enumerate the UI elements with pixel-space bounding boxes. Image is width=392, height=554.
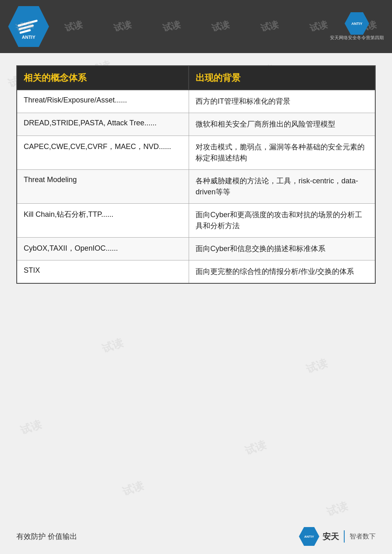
footer-right: ANTIY 安天 智者数下 xyxy=(299,527,376,546)
header-brand: ANTIY 安天网络安全冬令营第四期 xyxy=(330,12,384,41)
brand-hex: ANTIY xyxy=(345,12,369,35)
table-cell-right: 微软和相关安全厂商所推出的风险管理模型 xyxy=(189,113,375,136)
table-cell-left: Threat Modeling xyxy=(17,170,189,204)
table-row: Threat/Risk/Exposure/Asset......西方的IT管理和… xyxy=(17,90,375,113)
brand-subtitle: 安天网络安全冬令营第四期 xyxy=(330,35,384,41)
footer: 有效防护 价值输出 ANTIY 安天 智者数下 xyxy=(16,527,376,546)
table-cell-left: CybOX,TAXII，OpenIOC...... xyxy=(17,238,189,260)
table-row: Kill Chain,钻石分析,TTP......面向Cyber和更高强度的攻击… xyxy=(17,204,375,238)
footer-left-text: 有效防护 价值输出 xyxy=(16,532,77,541)
table-cell-left: STIX xyxy=(17,260,189,284)
watermark-3: 试读 xyxy=(112,18,133,35)
watermark-4: 试读 xyxy=(161,18,182,35)
table-row: DREAD,STRIDE,PASTA, Attack Tree......微软和… xyxy=(17,113,375,136)
table-cell-left: Threat/Risk/Exposure/Asset...... xyxy=(17,90,189,113)
col2-header: 出现的背景 xyxy=(189,66,375,90)
table-cell-right: 各种威胁建模的方法论，工具，risk-centric，data-driven等等 xyxy=(189,170,375,204)
logo: ANTIY xyxy=(8,6,49,47)
table-cell-left: DREAD,STRIDE,PASTA, Attack Tree...... xyxy=(17,113,189,136)
concept-table: 相关的概念体系 出现的背景 Threat/Risk/Exposure/Asset… xyxy=(16,65,376,284)
table-row: CAPEC,CWE,CVE,CVRF，MAEC，NVD......对攻击模式，脆… xyxy=(17,136,375,170)
table-row: STIX面向更完整的综合性的情报分析/作业/交换的体系 xyxy=(17,260,375,284)
footer-brand-name: 安天 xyxy=(323,531,339,542)
watermark-6: 试读 xyxy=(259,18,280,35)
logo-text: ANTIY xyxy=(22,35,36,40)
table-cell-right: 面向Cyber和信息交换的描述和标准体系 xyxy=(189,238,375,260)
col1-header: 相关的概念体系 xyxy=(17,66,189,90)
table-cell-right: 面向更完整的综合性的情报分析/作业/交换的体系 xyxy=(189,260,375,284)
table-cell-left: CAPEC,CWE,CVE,CVRF，MAEC，NVD...... xyxy=(17,136,189,170)
watermark-7: 试读 xyxy=(308,18,329,35)
table-cell-right: 对攻击模式，脆弱点，漏洞等各种基础的安全元素的标定和描述结构 xyxy=(189,136,375,170)
table-cell-right: 面向Cyber和更高强度的攻击和对抗的场景的分析工具和分析方法 xyxy=(189,204,375,238)
table-cell-left: Kill Chain,钻石分析,TTP...... xyxy=(17,204,189,238)
footer-hex-icon: ANTIY xyxy=(299,527,319,546)
table-row: Threat Modeling各种威胁建模的方法论，工具，risk-centri… xyxy=(17,170,375,204)
watermark-2: 试读 xyxy=(63,18,84,35)
footer-slogan: 智者数下 xyxy=(350,532,376,541)
header: ANTIY 试读 试读 试读 试读 试读 试读 试读 试读 ANTIY 安天网络… xyxy=(0,0,392,53)
watermark-5: 试读 xyxy=(210,18,231,35)
table-row: CybOX,TAXII，OpenIOC......面向Cyber和信息交换的描述… xyxy=(17,238,375,260)
main-content: 相关的概念体系 出现的背景 Threat/Risk/Exposure/Asset… xyxy=(16,65,376,521)
table-cell-right: 西方的IT管理和标准化的背景 xyxy=(189,90,375,113)
logo-lines xyxy=(18,19,40,33)
footer-divider xyxy=(344,530,345,543)
